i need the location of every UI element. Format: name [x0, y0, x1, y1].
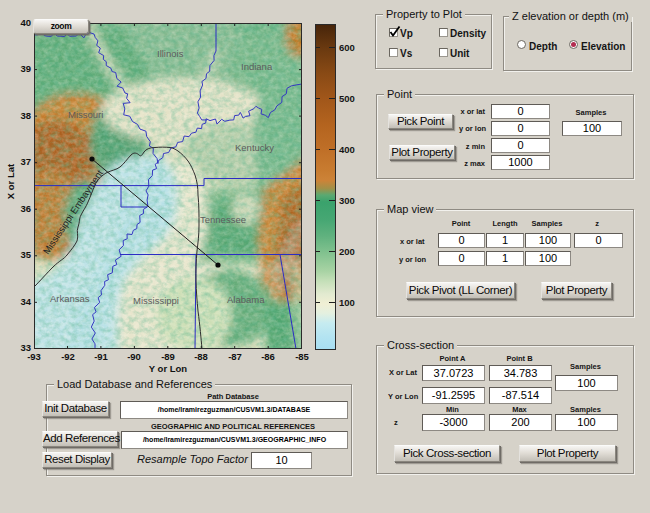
- svg-text:Illinois: Illinois: [157, 48, 184, 59]
- svg-text:Indiana: Indiana: [241, 61, 273, 72]
- svg-text:Tennessee: Tennessee: [200, 214, 246, 225]
- svg-text:Mississippi: Mississippi: [133, 295, 179, 306]
- svg-text:Arkansas: Arkansas: [50, 293, 90, 304]
- svg-text:Alabama: Alabama: [227, 294, 265, 305]
- svg-text:Kentucky: Kentucky: [235, 142, 274, 153]
- svg-text:Missouri: Missouri: [68, 109, 103, 120]
